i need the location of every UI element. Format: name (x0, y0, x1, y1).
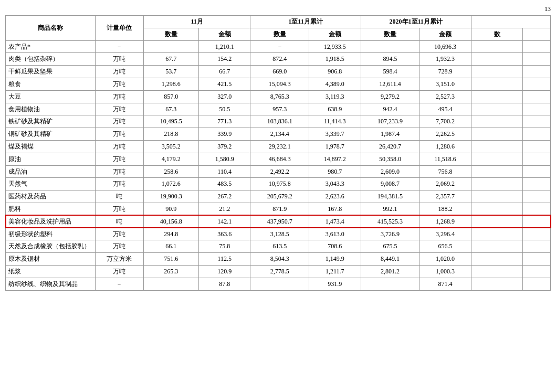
ytd-qty-cell: 2,134.4 (250, 128, 309, 141)
extra2-cell (523, 115, 551, 128)
col-prev-ytd: 2020年1至11月累计 (361, 16, 471, 28)
product-name-cell: 煤及褐煤 (6, 140, 96, 153)
table-row: 煤及褐煤万吨3,505.2379.229,232.11,978.726,420.… (6, 140, 551, 153)
unit-cell: 吨 (95, 190, 143, 203)
unit-cell: 万吨 (95, 228, 143, 240)
nov-qty-cell: 10,495.5 (143, 115, 198, 128)
prev-amt-cell: 3,151.0 (419, 78, 471, 90)
ytd-qty-cell: 2,492.2 (250, 165, 309, 178)
ytd-amt-cell: 2,623.6 (309, 190, 361, 203)
product-name-cell: 纸浆 (6, 265, 96, 278)
extra2-cell (523, 165, 551, 178)
prev-amt-cell: 1,268.9 (419, 215, 471, 228)
extra2-cell (523, 240, 551, 253)
table-row: 纺织纱线、织物及其制品－87.8931.9871.4 (6, 278, 551, 290)
unit-cell: 万吨 (95, 153, 143, 165)
prev-amt-cell: 2,527.3 (419, 90, 471, 103)
extra2-cell (523, 215, 551, 228)
extra-cell (471, 66, 523, 78)
nov-amt-cell: 87.8 (198, 278, 250, 290)
nov-amt-cell: 339.9 (198, 128, 250, 141)
nov-amt-cell: 1,580.9 (198, 153, 250, 165)
extra-cell (471, 103, 523, 115)
prev-qty-cell: 2,801.2 (361, 265, 419, 278)
extra-cell (471, 115, 523, 128)
table-row: 成品油万吨258.6110.42,492.2980.72,609.0756.8 (6, 165, 551, 178)
nov-qty-cell (143, 278, 198, 290)
extra2-cell (523, 228, 551, 240)
ytd-amt-cell: 14,897.2 (309, 153, 361, 165)
prev-qty-cell: 26,420.7 (361, 140, 419, 153)
ytd-amt-cell: 1,149.9 (309, 253, 361, 266)
ytd-amt-cell: 167.8 (309, 203, 361, 215)
ytd-qty-cell: 15,094.3 (250, 78, 309, 90)
prev-amt-cell: 11,518.6 (419, 153, 471, 165)
product-name-cell: 农产品* (6, 40, 96, 53)
ytd-qty-cell: 3,128.5 (250, 228, 309, 240)
prev-qty-cell (361, 40, 419, 53)
nov-amt-cell: 50.5 (198, 103, 250, 115)
nov-qty-cell (143, 40, 198, 53)
prev-qty-cell: 12,611.4 (361, 78, 419, 90)
unit-cell: 万吨 (95, 90, 143, 103)
unit-cell: 万吨 (95, 203, 143, 215)
table-row: 大豆万吨857.0327.08,765.33,119.39,279.22,527… (6, 90, 551, 103)
unit-cell: 万吨 (95, 265, 143, 278)
prev-qty-header: 数量 (361, 28, 419, 40)
ytd-amt-cell: 11,414.3 (309, 115, 361, 128)
main-table: 商品名称 计量单位 11月 1至11月累计 2020年1至11月累计 数量 金额… (5, 15, 551, 291)
extra2-cell (523, 265, 551, 278)
nov-qty-cell: 40,156.8 (143, 215, 198, 228)
nov-amt-cell: 142.1 (198, 215, 250, 228)
prev-amt-cell: 756.8 (419, 165, 471, 178)
extra2-cell (523, 78, 551, 90)
nov-amt-cell: 363.6 (198, 228, 250, 240)
ytd-qty-cell: － (250, 40, 309, 53)
ytd-amt-cell: 1,978.7 (309, 140, 361, 153)
prev-amt-cell: 656.5 (419, 240, 471, 253)
nov-qty-cell: 3,505.2 (143, 140, 198, 153)
ytd-amt-cell: 906.8 (309, 66, 361, 78)
prev-amt-cell: 871.4 (419, 278, 471, 290)
nov-amt-header: 金额 (198, 28, 250, 40)
ytd-amt-cell: 4,389.0 (309, 78, 361, 90)
table-row: 初级形状的塑料万吨294.8363.63,128.53,613.03,726.9… (6, 228, 551, 240)
nov-amt-cell: 66.7 (198, 66, 250, 78)
col-extra (471, 16, 550, 28)
col-ytd: 1至11月累计 (250, 16, 361, 28)
extra2-cell (523, 40, 551, 53)
extra-cell (471, 278, 523, 290)
product-name-cell: 肉类（包括杂碎） (6, 53, 96, 66)
table-row: 肉类（包括杂碎）万吨67.7154.2872.41,918.5894.51,93… (6, 53, 551, 66)
extra2-cell (523, 253, 551, 266)
extra2-cell (523, 153, 551, 165)
ytd-qty-cell: 29,232.1 (250, 140, 309, 153)
page-number: 13 (5, 5, 551, 13)
prev-amt-cell: 1,000.3 (419, 265, 471, 278)
col-product-name: 商品名称 (6, 16, 96, 41)
nov-qty-cell: 1,298.6 (143, 78, 198, 90)
nov-amt-cell: 75.8 (198, 240, 250, 253)
table-row: 原油万吨4,179.21,580.946,684.314,897.250,358… (6, 153, 551, 165)
extra-cell (471, 53, 523, 66)
unit-cell: 万吨 (95, 140, 143, 153)
prev-qty-cell: 675.5 (361, 240, 419, 253)
ytd-amt-cell: 980.7 (309, 165, 361, 178)
product-name-cell: 医药材及药品 (6, 190, 96, 203)
nov-amt-cell: 421.5 (198, 78, 250, 90)
ytd-amt-header: 金额 (309, 28, 361, 40)
nov-qty-cell: 4,179.2 (143, 153, 198, 165)
table-row: 农产品*－1,210.1－12,933.510,696.3 (6, 40, 551, 53)
nov-amt-cell: 379.2 (198, 140, 250, 153)
unit-cell: 万吨 (95, 128, 143, 141)
prev-qty-cell: 194,381.5 (361, 190, 419, 203)
ytd-amt-cell: 708.6 (309, 240, 361, 253)
unit-cell: 万立方米 (95, 253, 143, 266)
extra-cell (471, 40, 523, 53)
product-name-cell: 肥料 (6, 203, 96, 215)
prev-qty-cell: 8,449.1 (361, 253, 419, 266)
ytd-amt-cell: 12,933.5 (309, 40, 361, 53)
table-row: 美容化妆品及洗护用品吨40,156.8142.1437,950.71,473.4… (6, 215, 551, 228)
prev-amt-cell: 1,932.3 (419, 53, 471, 66)
prev-qty-cell: 107,233.9 (361, 115, 419, 128)
